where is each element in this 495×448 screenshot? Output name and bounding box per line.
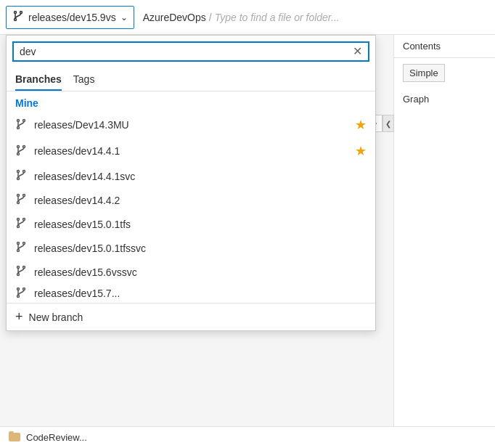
svg-point-33 [23, 288, 25, 290]
svg-point-28 [17, 266, 20, 269]
branch-name: releases/Dev14.3MU [34, 119, 348, 131]
svg-point-9 [23, 145, 25, 147]
git-branch-icon [15, 241, 27, 255]
branch-selector[interactable]: releases/dev15.9vs ⌄ [6, 6, 134, 29]
graph-label[interactable]: Graph [394, 88, 495, 110]
git-branch-icon [15, 144, 27, 158]
branch-item[interactable]: releases/dev15.7... [7, 284, 375, 303]
branch-item[interactable]: releases/dev14.4.1 ★ [7, 138, 375, 164]
folder-name: CodeReview... [26, 432, 87, 443]
branch-tabs: Branches Tags [7, 68, 375, 91]
svg-point-26 [17, 250, 20, 252]
git-branch-icon [15, 217, 27, 231]
svg-point-8 [17, 145, 20, 147]
svg-point-22 [17, 226, 20, 228]
branch-item[interactable]: releases/dev14.4.2 [7, 188, 375, 212]
git-branch-icon [15, 265, 27, 279]
branch-search-input[interactable]: dev [20, 46, 353, 57]
branch-name: releases/dev15.0.1tfssvc [34, 243, 367, 254]
file-search-placeholder[interactable]: Type to find a file or folder... [215, 12, 340, 23]
search-box: dev ✕ [12, 41, 369, 62]
svg-point-10 [17, 152, 20, 155]
git-branch-icon [15, 118, 27, 132]
simple-view-button[interactable]: Simple [403, 64, 445, 82]
svg-point-16 [17, 195, 20, 197]
star-icon[interactable]: ★ [355, 117, 367, 133]
mine-section-header: Mine [7, 91, 375, 112]
svg-point-12 [17, 171, 20, 173]
main-area: dev ✕ Branches Tags Mine r [0, 35, 495, 448]
breadcrumb-separator: / [209, 12, 212, 23]
top-bar: releases/dev15.9vs ⌄ AzureDevOps / Type … [0, 0, 495, 35]
git-branch-icon [12, 10, 24, 24]
collapse-panel-button[interactable]: ❮ [382, 115, 394, 132]
svg-point-34 [17, 295, 20, 297]
svg-point-1 [20, 12, 22, 14]
git-branch-icon [15, 169, 27, 183]
right-panel: Contents Simple Graph [393, 35, 495, 448]
tab-tags[interactable]: Tags [73, 68, 95, 91]
new-branch-label: New branch [29, 311, 83, 323]
branch-item[interactable]: releases/dev15.0.1tfssvc [7, 236, 375, 260]
plus-icon: + [15, 309, 23, 325]
branch-dropdown-panel: dev ✕ Branches Tags Mine r [6, 35, 376, 331]
folder-icon [9, 431, 20, 444]
breadcrumb: AzureDevOps / Type to find a file or fol… [143, 12, 489, 23]
svg-point-32 [17, 288, 20, 290]
svg-point-0 [15, 12, 17, 14]
breadcrumb-repo: AzureDevOps [143, 12, 206, 23]
svg-point-29 [23, 266, 25, 269]
svg-point-13 [23, 171, 25, 173]
svg-point-14 [17, 178, 20, 180]
branch-item[interactable]: releases/dev14.4.1svc [7, 164, 375, 188]
branch-item[interactable]: releases/dev15.0.1tfs [7, 212, 375, 236]
svg-point-6 [17, 126, 20, 129]
svg-point-25 [23, 243, 25, 245]
git-branch-icon [15, 287, 27, 301]
branch-name-label: releases/dev15.9vs [28, 12, 116, 23]
new-branch-button[interactable]: + New branch [7, 303, 375, 330]
branch-list[interactable]: releases/Dev14.3MU ★ releases/dev14.4.1 … [7, 112, 375, 303]
svg-point-2 [15, 19, 17, 21]
svg-point-30 [17, 274, 20, 276]
git-branch-icon [15, 193, 27, 207]
svg-point-20 [17, 219, 20, 221]
branch-item[interactable]: releases/dev15.6vssvc [7, 260, 375, 284]
svg-point-5 [23, 119, 25, 121]
branch-name: releases/dev15.0.1tfs [34, 219, 367, 230]
star-icon[interactable]: ★ [355, 143, 367, 159]
branch-name: releases/dev15.7... [34, 288, 367, 299]
branch-name: releases/dev14.4.2 [34, 195, 367, 206]
chevron-down-icon: ⌄ [120, 12, 128, 23]
svg-point-4 [17, 119, 20, 121]
svg-point-21 [23, 219, 25, 221]
folder-item[interactable]: CodeReview... [0, 426, 495, 448]
svg-point-18 [17, 202, 20, 204]
branch-name: releases/dev14.4.1 [34, 145, 348, 157]
search-clear-button[interactable]: ✕ [353, 46, 362, 57]
branch-item[interactable]: releases/Dev14.3MU ★ [7, 112, 375, 138]
branch-name: releases/dev15.6vssvc [34, 266, 367, 278]
contents-header: Contents [394, 35, 495, 58]
tab-branches[interactable]: Branches [15, 68, 62, 91]
branch-name: releases/dev14.4.1svc [34, 171, 367, 182]
svg-point-17 [23, 195, 25, 197]
svg-point-24 [17, 243, 20, 245]
